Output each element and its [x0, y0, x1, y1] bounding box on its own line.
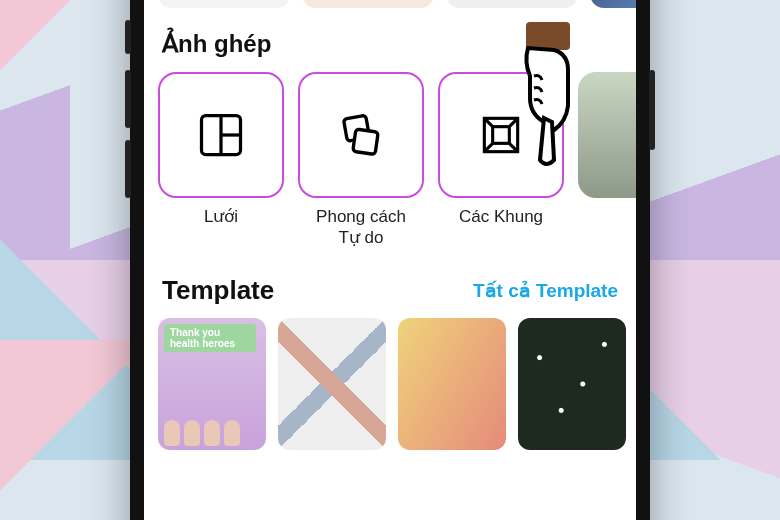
effect-card[interactable]	[590, 0, 636, 8]
collage-option-frames[interactable]: Các Khung	[438, 72, 564, 249]
collage-photo-preview[interactable]	[578, 72, 636, 198]
grid-icon	[195, 109, 247, 161]
phone-side-button	[125, 70, 131, 128]
template-see-all-link[interactable]: Tất cả Template	[473, 279, 618, 302]
phone-frame: ✦ ✦ ✦ ✦ ✦	[130, 0, 650, 520]
collage-card[interactable]	[158, 72, 284, 198]
collage-row: Lưới Phong cách Tự do Các Khung	[158, 72, 622, 249]
section-title-collage: Ảnh ghép	[162, 30, 618, 58]
frame-icon	[476, 110, 526, 160]
template-card[interactable]	[518, 318, 626, 450]
effect-card[interactable]	[446, 0, 578, 8]
template-badge-text: Thank you health heroes	[164, 324, 256, 352]
collage-label: Các Khung	[438, 206, 564, 227]
freestyle-icon	[334, 108, 388, 162]
collage-card[interactable]	[438, 72, 564, 198]
collage-option-freestyle[interactable]: Phong cách Tự do	[298, 72, 424, 249]
section-title-template: Template	[162, 275, 274, 306]
phone-screen: ✦ ✦ ✦ ✦ ✦	[144, 0, 636, 520]
svg-rect-6	[493, 127, 510, 144]
template-card[interactable]	[398, 318, 506, 450]
effect-card[interactable]: ✦ ✦ ✦ ✦ ✦	[158, 0, 290, 8]
collage-card[interactable]	[298, 72, 424, 198]
effect-card[interactable]	[302, 0, 434, 8]
collage-option-grid[interactable]: Lưới	[158, 72, 284, 249]
phone-side-button	[125, 140, 131, 198]
phone-side-button	[125, 20, 131, 54]
collage-label: Lưới	[158, 206, 284, 227]
template-row[interactable]: Thank you health heroes	[158, 318, 622, 450]
phone-side-button	[649, 70, 655, 150]
collage-label: Phong cách Tự do	[298, 206, 424, 249]
people-illustration	[164, 420, 240, 446]
template-card[interactable]	[278, 318, 386, 450]
template-card[interactable]: Thank you health heroes	[158, 318, 266, 450]
svg-rect-4	[353, 129, 378, 154]
app-scroll-view[interactable]: ✦ ✦ ✦ ✦ ✦	[144, 0, 636, 520]
effects-row[interactable]: ✦ ✦ ✦ ✦ ✦	[158, 0, 622, 8]
template-header: Template Tất cả Template	[162, 275, 618, 306]
